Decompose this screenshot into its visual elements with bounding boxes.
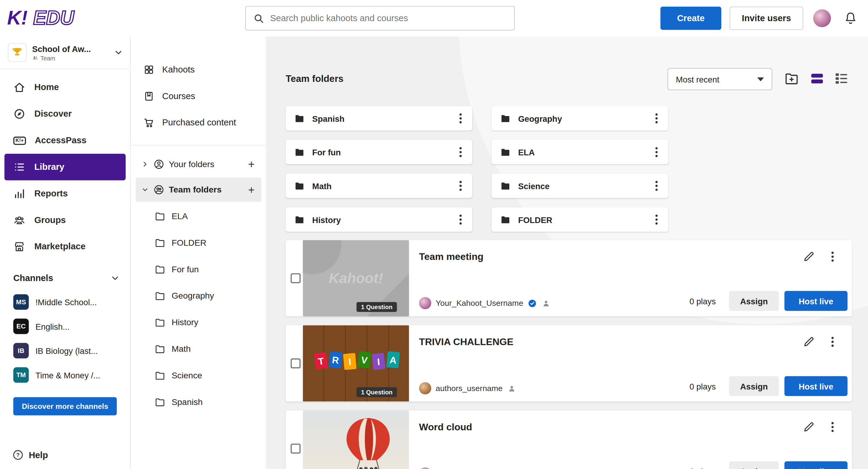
assign-button[interactable]: Assign — [729, 291, 779, 311]
plays-count: 0 plays — [689, 296, 716, 305]
logo-edu: EDU — [33, 7, 75, 29]
sidebar-folder-science[interactable]: Science — [131, 362, 266, 389]
assign-button[interactable]: Assign — [729, 462, 779, 469]
assign-button[interactable]: Assign — [729, 376, 779, 396]
folder-card-math[interactable]: Math — [285, 174, 472, 198]
folder-label: Geography — [172, 291, 214, 301]
add-your-folder-button[interactable]: + — [248, 159, 255, 170]
edit-pencil-button[interactable] — [803, 335, 815, 348]
sidebar-folder-math[interactable]: Math — [131, 336, 266, 362]
host-live-button[interactable]: Host live — [784, 462, 848, 469]
folder-menu-button[interactable] — [453, 178, 468, 193]
sort-dropdown[interactable]: Most recent — [668, 68, 772, 90]
sidebar-folder-ela[interactable]: ELA — [131, 203, 266, 230]
sidebar-item-marketplace[interactable]: Marketplace — [4, 233, 126, 260]
sidebar-item-label: Home — [34, 82, 59, 93]
library-nav-purchased[interactable]: Purchased content — [131, 109, 266, 136]
kahoot-title[interactable]: Word cloud — [419, 422, 472, 433]
sidebar-folder-geography[interactable]: Geography — [131, 282, 266, 309]
your-folders-row[interactable]: Your folders + — [135, 152, 261, 176]
channel-item[interactable]: EC English... — [0, 314, 130, 339]
pencil-icon — [803, 335, 815, 348]
add-team-folder-button[interactable]: + — [248, 185, 255, 196]
folder-card-history[interactable]: History — [285, 207, 472, 232]
kahoot-edu-logo[interactable]: K! EDU — [7, 6, 96, 31]
detail-view-icon — [809, 71, 825, 86]
list-view-icon — [834, 71, 849, 86]
kahoot-thumbnail[interactable]: Kahoot! 1 Question — [303, 240, 409, 316]
sidebar-item-library[interactable]: Library — [4, 154, 126, 180]
channel-avatar: EC — [13, 319, 29, 334]
sidebar-item-reports[interactable]: Reports — [4, 180, 126, 207]
team-folders-row[interactable]: Team folders + — [135, 178, 261, 202]
sidebar-folder-history[interactable]: History — [131, 309, 266, 336]
folder-menu-button[interactable] — [453, 212, 468, 227]
folder-card-ela[interactable]: ELA — [492, 140, 668, 164]
edit-pencil-button[interactable] — [803, 250, 815, 263]
host-live-button[interactable]: Host live — [784, 291, 848, 311]
notifications-bell-icon[interactable] — [843, 11, 858, 25]
folder-icon — [155, 344, 166, 355]
sidebar-item-discover[interactable]: Discover — [4, 101, 126, 127]
sidebar-folder-for-fun[interactable]: For fun — [131, 256, 266, 282]
new-folder-button[interactable] — [783, 70, 801, 88]
edit-pencil-button[interactable] — [803, 420, 815, 433]
help-button[interactable]: ? Help — [12, 449, 48, 461]
folder-icon — [155, 291, 166, 302]
library-nav-courses[interactable]: Courses — [131, 83, 266, 110]
folder-card-science[interactable]: Science — [492, 174, 668, 198]
discover-more-channels-button[interactable]: Discover more channels — [13, 397, 117, 415]
folder-card-spanish[interactable]: Spanish — [285, 106, 472, 131]
sidebar-item-groups[interactable]: Groups — [4, 207, 126, 234]
kahoot-thumbnail[interactable]: T R I V I A 1 Question — [303, 325, 409, 402]
search-icon — [253, 12, 264, 24]
kahoot-menu-button[interactable] — [825, 335, 840, 349]
kahoot-thumbnail[interactable] — [303, 410, 409, 469]
pencil-icon — [803, 250, 815, 263]
kahoot-menu-button[interactable] — [825, 420, 840, 434]
logo-k: K! — [7, 7, 28, 29]
kahoot-card-word-cloud: Word cloud Your_Kahoot_Username 0 plays … — [285, 410, 852, 469]
compact-list-view-toggle[interactable] — [833, 70, 850, 88]
folder-card-folder[interactable]: FOLDER — [492, 207, 668, 232]
channel-item[interactable]: MS !Middle School... — [0, 290, 130, 314]
channel-item[interactable]: IB IB Biology (last... — [0, 338, 130, 363]
library-nav-kahoots[interactable]: Kahoots — [131, 57, 266, 83]
channel-label: IB Biology (last... — [35, 346, 98, 356]
sidebar-item-accesspass[interactable]: K!+ AccessPass — [4, 127, 126, 154]
detail-view-toggle[interactable] — [808, 70, 826, 88]
folder-menu-button[interactable] — [649, 111, 664, 126]
create-button[interactable]: Create — [660, 7, 721, 30]
folder-card-geography[interactable]: Geography — [492, 106, 668, 131]
host-live-label: Host live — [799, 296, 833, 305]
kahoot-card-team-meeting: Kahoot! 1 Question Team meeting Your_Kah… — [285, 240, 852, 316]
folder-card-label: Spanish — [312, 113, 344, 123]
kahoot-actions: 0 plays Assign Host live — [689, 376, 848, 396]
select-checkbox[interactable] — [291, 358, 301, 368]
channels-section-toggle[interactable]: Channels — [0, 267, 130, 290]
chevron-down-icon — [114, 47, 123, 58]
select-checkbox[interactable] — [291, 273, 301, 283]
sidebar-folder-folder[interactable]: FOLDER — [131, 230, 266, 256]
kahoot-menu-button[interactable] — [825, 249, 840, 264]
sidebar-item-home[interactable]: Home — [4, 74, 126, 101]
search-input[interactable] — [270, 13, 514, 23]
kahoot-title[interactable]: TRIVIA CHALLENGE — [419, 336, 514, 348]
user-avatar[interactable] — [813, 9, 831, 27]
kahoot-title[interactable]: Team meeting — [419, 251, 484, 263]
folder-menu-button[interactable] — [649, 145, 664, 160]
sidebar-folder-spanish[interactable]: Spanish — [131, 389, 266, 415]
invite-users-button[interactable]: Invite users — [730, 7, 803, 30]
folder-menu-button[interactable] — [453, 145, 468, 160]
folder-icon — [155, 237, 166, 248]
folder-menu-button[interactable] — [649, 178, 664, 193]
host-live-button[interactable]: Host live — [784, 376, 848, 396]
folder-card-label: History — [312, 215, 341, 224]
org-switcher[interactable]: School of Aw... Team — [0, 37, 130, 69]
folder-menu-button[interactable] — [453, 111, 468, 126]
folder-menu-button[interactable] — [649, 212, 664, 227]
select-checkbox[interactable] — [291, 444, 301, 454]
folder-card-for-fun[interactable]: For fun — [285, 140, 472, 164]
channel-item[interactable]: TM Time & Money /... — [0, 363, 130, 388]
your-folders-label: Your folders — [169, 159, 214, 169]
